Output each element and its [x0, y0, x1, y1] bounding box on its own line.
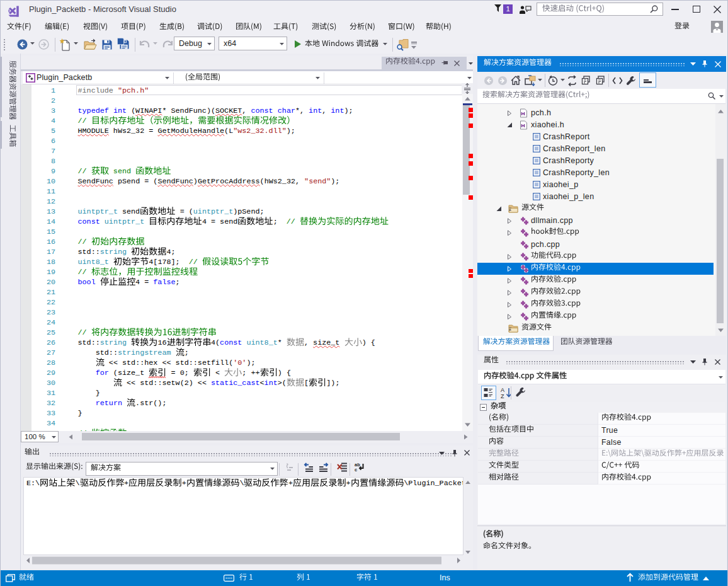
svg-text:Z: Z: [501, 393, 504, 399]
svg-text:A: A: [501, 387, 504, 393]
svg-text:c: c: [355, 467, 357, 473]
